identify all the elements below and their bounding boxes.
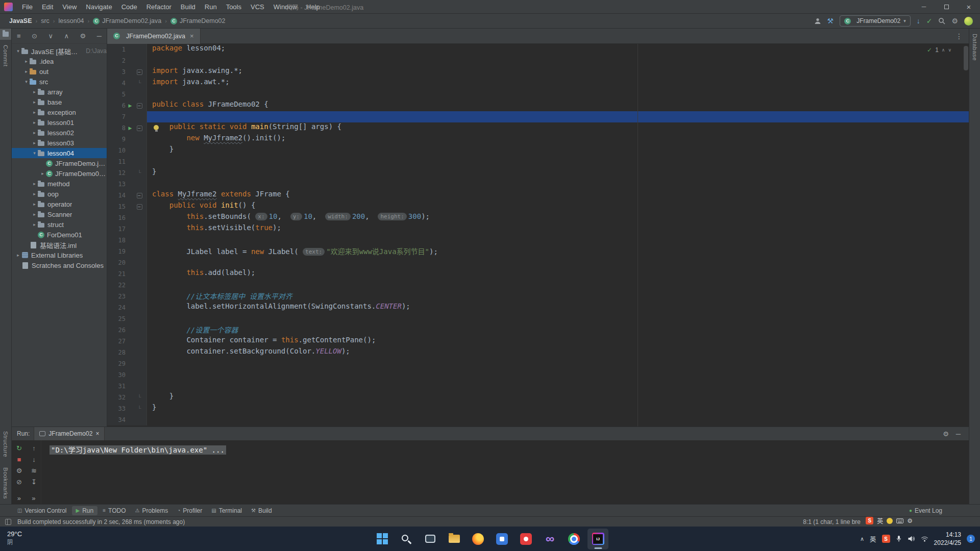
weather-widget[interactable]: 29°C 阴 xyxy=(7,530,22,546)
toolwindow-button-terminal[interactable]: ▤Terminal xyxy=(207,506,246,515)
down-stack-trace-icon[interactable]: ↓ xyxy=(32,456,36,463)
code-line-9[interactable]: 9 new MyJframe2().init(); xyxy=(107,134,969,145)
code-line-3[interactable]: 3−import javax.swing.*; xyxy=(107,66,969,78)
toolwindow-switcher-icon[interactable] xyxy=(5,519,11,525)
run-settings-gear-icon[interactable]: ⚙ xyxy=(943,430,949,438)
breadcrumb-javase[interactable]: JavaSE xyxy=(9,17,32,24)
toolwindow-project-button[interactable] xyxy=(0,29,11,40)
menu-build[interactable]: Build xyxy=(176,3,200,11)
code-line-31[interactable]: 31 xyxy=(107,381,969,392)
tree-item-oop[interactable]: ▸oop xyxy=(12,189,107,199)
run-config-select[interactable]: C JFrameDemo02 ▾ xyxy=(840,15,911,27)
collapse-all-icon[interactable]: ∧ xyxy=(64,32,69,40)
menu-code[interactable]: Code xyxy=(117,3,142,11)
taskbar-task-view-icon[interactable] xyxy=(420,529,440,549)
tree-chevron-icon[interactable]: ▸ xyxy=(31,212,38,217)
tree-item-lesson01[interactable]: ▸lesson01 xyxy=(12,117,107,128)
tree-chevron-icon[interactable]: ▸ xyxy=(31,181,38,186)
fold-collapse-icon[interactable]: − xyxy=(137,204,142,210)
code-line-33[interactable]: 33└} xyxy=(107,403,969,414)
editor-tab[interactable]: C JFrameDemo02.java × xyxy=(107,29,201,44)
code-line-4[interactable]: 4└import java.awt.*; xyxy=(107,78,969,89)
network-icon[interactable] xyxy=(921,536,928,542)
code-line-7[interactable]: 7 xyxy=(107,111,969,122)
tree-chevron-icon[interactable]: ▾ xyxy=(23,79,30,84)
code-line-22[interactable]: 22 xyxy=(107,280,969,291)
profile-avatar[interactable] xyxy=(964,17,973,26)
taskbar-app-red-icon[interactable] xyxy=(516,529,536,549)
rerun-button[interactable]: ↻ xyxy=(16,444,22,452)
run-tab-close-icon[interactable]: × xyxy=(95,430,99,437)
tree-chevron-icon[interactable]: ▸ xyxy=(23,69,30,74)
tree-chevron-icon[interactable]: ▾ xyxy=(15,48,21,54)
breadcrumb-src[interactable]: src xyxy=(41,17,50,24)
tree-item-lesson04[interactable]: ▾lesson04 xyxy=(12,148,107,158)
tree-item-fordemo01[interactable]: CForDemo01 xyxy=(12,230,107,240)
tree-item-external-libraries[interactable]: ▸External Libraries xyxy=(12,250,107,260)
code-line-12[interactable]: 12└} xyxy=(107,167,969,179)
menu-tools[interactable]: Tools xyxy=(222,3,246,11)
tree-item-base[interactable]: ▸base xyxy=(12,97,107,107)
code-line-5[interactable]: 5 xyxy=(107,89,969,100)
clear-console-icon[interactable]: ⊘ xyxy=(16,478,22,486)
code-line-15[interactable]: 15− public void init() { xyxy=(107,201,969,212)
fold-collapse-icon[interactable]: − xyxy=(137,69,142,75)
code-line-19[interactable]: 19 JLabel label = new JLabel( text:"欢迎来到… xyxy=(107,246,969,257)
tree-chevron-icon[interactable]: ▸ xyxy=(15,253,21,258)
caret-position[interactable]: 8:1 (1 char, 1 line bre xyxy=(803,518,861,525)
panel-settings-icon[interactable]: ⚙ xyxy=(80,32,86,40)
vcs-update-icon[interactable]: ↓ xyxy=(917,17,920,25)
code-line-29[interactable]: 29 xyxy=(107,358,969,369)
tree-chevron-icon[interactable]: ▸ xyxy=(31,140,38,145)
fold-collapse-icon[interactable]: − xyxy=(137,193,142,198)
notification-badge[interactable]: 1 xyxy=(967,535,975,543)
more-options-icon[interactable]: » xyxy=(17,494,21,502)
run-gutter-icon[interactable]: ▶ xyxy=(126,100,135,111)
hide-run-panel-icon[interactable]: ─ xyxy=(956,430,961,438)
tree-chevron-icon[interactable]: ▸ xyxy=(31,130,38,135)
settings-gear-icon[interactable]: ⚙ xyxy=(951,17,958,25)
toolwindow-button-problems[interactable]: ⚠Problems xyxy=(131,506,173,515)
code-line-21[interactable]: 21 this.add(label); xyxy=(107,268,969,280)
scroll-to-end-icon[interactable]: ↧ xyxy=(31,478,37,486)
tree-chevron-icon[interactable]: ▸ xyxy=(31,89,38,94)
build-tools-icon[interactable]: ⚒ xyxy=(827,17,834,25)
toolwindow-bookmarks-button[interactable]: Bookmarks xyxy=(3,462,9,504)
code-line-14[interactable]: 14−class MyJframe2 extends JFrame { xyxy=(107,190,969,201)
taskbar-clock[interactable]: 14:13 2022/4/25 xyxy=(934,531,961,547)
microphone-icon[interactable] xyxy=(896,535,902,542)
toolwindow-structure-button[interactable]: Structure xyxy=(3,426,9,462)
code-line-27[interactable]: 27 Container container = this.getContent… xyxy=(107,336,969,347)
tree-chevron-icon[interactable]: ▾ xyxy=(31,151,38,156)
run-tab[interactable]: JFrameDemo02 × xyxy=(34,427,105,440)
intention-bulb-icon[interactable] xyxy=(154,125,159,130)
code-line-20[interactable]: 20 xyxy=(107,257,969,268)
run-gutter-icon[interactable]: ▶ xyxy=(126,122,135,134)
tree-item-out[interactable]: ▸out xyxy=(12,66,107,77)
toolwindow-commit-button[interactable]: Commit xyxy=(3,40,9,72)
tree-item-lesson03[interactable]: ▸lesson03 xyxy=(12,138,107,148)
stop-button[interactable]: ■ xyxy=(17,456,21,463)
tree-item-javase[interactable]: ▾JavaSE [基础语法]D:\Java xyxy=(12,46,107,56)
tree-chevron-icon[interactable]: ▸ xyxy=(31,202,38,207)
code-line-17[interactable]: 17 this.setVisible(true); xyxy=(107,223,969,235)
keyboard-icon[interactable] xyxy=(896,518,903,523)
run-settings-icon[interactable]: ⚙ xyxy=(16,467,22,474)
up-stack-trace-icon[interactable]: ↑ xyxy=(32,444,36,452)
menu-run[interactable]: Run xyxy=(200,3,222,11)
sogou-tray-icon[interactable]: S xyxy=(882,535,890,543)
breadcrumb-jframedemo02[interactable]: CJFrameDemo02 xyxy=(170,17,226,24)
tree-item-idea[interactable]: ▸.idea xyxy=(12,56,107,66)
tree-item-struct[interactable]: ▸struct xyxy=(12,219,107,230)
tab-close-icon[interactable]: × xyxy=(190,32,194,40)
taskbar-intellij-idea-icon[interactable] xyxy=(587,529,608,549)
code-line-10[interactable]: 10 } xyxy=(107,145,969,156)
view-options-icon[interactable]: ≡ xyxy=(17,32,21,40)
toolwindow-database-button[interactable]: Database xyxy=(972,29,978,66)
tree-chevron-icon[interactable]: ▸ xyxy=(31,191,38,196)
taskbar-search-icon[interactable] xyxy=(396,529,416,549)
code-line-13[interactable]: 13 xyxy=(107,179,969,190)
tree-chevron-icon[interactable]: ▸ xyxy=(39,171,46,176)
menu-view[interactable]: View xyxy=(58,3,81,11)
taskbar-chrome-icon[interactable] xyxy=(564,529,584,549)
